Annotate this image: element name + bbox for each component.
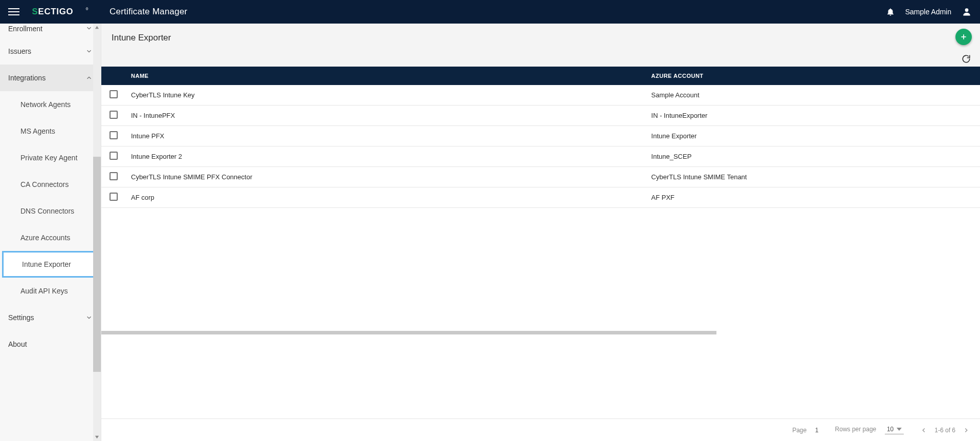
table-row[interactable]: Intune PFXIntune Exporter	[101, 126, 980, 146]
sidebar-item-label: DNS Connectors	[20, 207, 74, 215]
sidebar-item-label: Private Key Agent	[20, 154, 77, 162]
main-area: Intune Exporter Name Azure Account Cyber…	[101, 24, 980, 441]
cell-azure-account: IN - IntuneExporter	[646, 106, 980, 126]
page-range: 1-6 of 6	[934, 427, 955, 434]
refresh-icon[interactable]	[962, 54, 971, 64]
sidebar-item-label: Azure Accounts	[20, 234, 70, 242]
sidebar-item-label: Network Agents	[20, 100, 71, 109]
cell-azure-account: Intune_SCEP	[646, 146, 980, 167]
rows-per-page-value: 10	[887, 426, 894, 433]
prev-page-icon[interactable]	[920, 427, 927, 434]
page-header: Intune Exporter	[101, 24, 980, 67]
row-checkbox[interactable]	[110, 193, 118, 201]
app-title: Certificate Manager	[110, 7, 187, 17]
chevron-down-icon	[85, 25, 93, 32]
rows-per-page-select[interactable]: 10	[885, 426, 904, 434]
add-button[interactable]	[955, 29, 972, 45]
row-checkbox[interactable]	[110, 111, 118, 119]
row-checkbox[interactable]	[110, 152, 118, 160]
sidebar-item-intune-exporter[interactable]: Intune Exporter	[2, 251, 99, 278]
sidebar-item-private-key-agent[interactable]: Private Key Agent	[0, 144, 101, 171]
sidebar-item-dns-connectors[interactable]: DNS Connectors	[0, 198, 101, 224]
sidebar-item-ca-connectors[interactable]: CA Connectors	[0, 171, 101, 198]
sidebar-item-label: Intune Exporter	[22, 260, 71, 268]
cell-name: IN - IntunePFX	[126, 106, 646, 126]
sidebar-label: Settings	[8, 313, 34, 322]
sidebar-section-integrations[interactable]: Integrations	[0, 65, 101, 91]
rows-per-page-label: Rows per page	[835, 426, 877, 433]
svg-text:SECTIGO: SECTIGO	[32, 7, 74, 16]
svg-marker-7	[897, 428, 902, 431]
page-number: 1	[815, 427, 819, 434]
sidebar-section-enrollment[interactable]: Enrollment	[0, 24, 101, 38]
cell-azure-account: AF PXF	[646, 187, 980, 208]
chevron-down-icon	[85, 314, 93, 321]
table-row[interactable]: IN - IntunePFXIN - IntuneExporter	[101, 106, 980, 126]
sidebar-integrations-children: Network Agents MS Agents Private Key Age…	[0, 91, 101, 304]
cell-name: Intune Exporter 2	[126, 146, 646, 167]
row-checkbox[interactable]	[110, 90, 118, 98]
sidebar-item-azure-accounts[interactable]: Azure Accounts	[0, 224, 101, 251]
sidebar-item-label: MS Agents	[20, 127, 55, 135]
sidebar-item-audit-api-keys[interactable]: Audit API Keys	[0, 278, 101, 304]
sidebar-label: Enrollment	[8, 25, 42, 33]
sidebar-item-ms-agents[interactable]: MS Agents	[0, 118, 101, 144]
user-menu-icon[interactable]	[962, 7, 972, 17]
row-checkbox[interactable]	[110, 131, 118, 139]
cell-name: AF corp	[126, 187, 646, 208]
column-header-name[interactable]: Name	[126, 67, 646, 85]
column-header-azure-account[interactable]: Azure Account	[646, 67, 980, 85]
cell-azure-account: Intune Exporter	[646, 126, 980, 146]
sidebar-scrollbar-thumb[interactable]	[93, 157, 101, 372]
svg-marker-3	[95, 26, 99, 29]
sidebar-item-label: CA Connectors	[20, 180, 69, 188]
table-row[interactable]: AF corpAF PXF	[101, 187, 980, 208]
page-label: Page	[792, 427, 807, 434]
table-row[interactable]: Intune Exporter 2Intune_SCEP	[101, 146, 980, 167]
row-checkbox[interactable]	[110, 172, 118, 180]
table-row[interactable]: CyberTLS Intune SMIME PFX ConnectorCyber…	[101, 167, 980, 187]
sidebar-scroll-up[interactable]	[93, 24, 101, 31]
chevron-up-icon	[85, 74, 93, 81]
sidebar-item-about[interactable]: About	[0, 331, 101, 358]
cell-azure-account: Sample Account	[646, 85, 980, 106]
chevron-down-icon	[85, 48, 93, 55]
menu-toggle-icon[interactable]	[8, 6, 19, 17]
notifications-icon[interactable]	[886, 7, 895, 16]
top-bar: SECTIGO ® Certificate Manager Sample Adm…	[0, 0, 980, 24]
cell-name: CyberTLS Intune Key	[126, 85, 646, 106]
cell-azure-account: CyberTLS Intune SMIME Tenant	[646, 167, 980, 187]
sidebar-item-label: About	[8, 340, 27, 348]
sidebar: Enrollment Issuers Integrations Network …	[0, 24, 101, 441]
sidebar-section-settings[interactable]: Settings	[0, 304, 101, 331]
pagination-bar: Page 1 Rows per page 10 1-6 of 6	[101, 418, 980, 441]
table-row[interactable]: CyberTLS Intune KeySample Account	[101, 85, 980, 106]
exporter-table: Name Azure Account CyberTLS Intune KeySa…	[101, 67, 980, 208]
dropdown-icon	[897, 427, 902, 432]
table-container: Name Azure Account CyberTLS Intune KeySa…	[101, 67, 980, 418]
cell-name: CyberTLS Intune SMIME PFX Connector	[126, 167, 646, 187]
next-page-icon[interactable]	[963, 427, 970, 434]
svg-marker-4	[95, 436, 99, 438]
page-title: Intune Exporter	[112, 33, 171, 43]
horizontal-scrollbar[interactable]	[101, 331, 716, 334]
current-user: Sample Admin	[905, 8, 951, 16]
sidebar-item-network-agents[interactable]: Network Agents	[0, 91, 101, 118]
column-header-select	[101, 67, 126, 85]
brand-logo: SECTIGO ®	[31, 7, 97, 17]
sidebar-item-label: Audit API Keys	[20, 287, 68, 295]
sidebar-scroll-down[interactable]	[93, 433, 101, 441]
svg-text:®: ®	[86, 7, 89, 11]
sidebar-section-issuers[interactable]: Issuers	[0, 38, 101, 65]
cell-name: Intune PFX	[126, 126, 646, 146]
svg-point-2	[965, 8, 969, 12]
sidebar-label: Integrations	[8, 74, 46, 82]
sidebar-label: Issuers	[8, 47, 31, 55]
